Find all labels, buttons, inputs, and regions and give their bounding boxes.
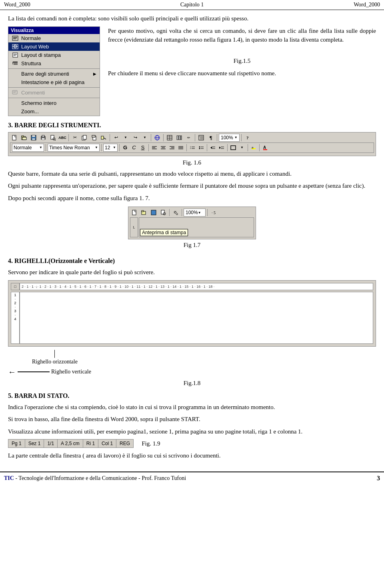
align-center-btn[interactable]	[159, 144, 167, 152]
menu-item-intestazione[interactable]: Intestazione e piè di pagina	[8, 78, 100, 86]
tb-docmap[interactable]	[197, 134, 206, 142]
menu-item-normale[interactable]: Normale	[8, 34, 100, 42]
menu-item-struttura[interactable]: Struttura	[8, 59, 100, 68]
svg-text:a: a	[252, 146, 254, 149]
font-dropdown[interactable]: Times New Roman ▼	[48, 144, 100, 152]
increase-indent-btn[interactable]	[218, 144, 226, 152]
menu-item-commenti[interactable]: Commenti	[8, 88, 100, 97]
tb-spell[interactable]: ABC	[58, 134, 67, 142]
svg-rect-88	[161, 210, 164, 214]
ant-save[interactable]	[149, 209, 158, 217]
tb-cut[interactable]: ✂	[70, 134, 79, 142]
tb-save[interactable]	[29, 134, 38, 142]
tb-table[interactable]	[165, 134, 174, 142]
outside-border-btn[interactable]	[229, 144, 237, 152]
horiz-ruler: 2 · 1 · 1 · ↓ · 1 · 2 · 1 · 3 · 1 · 4 · …	[20, 283, 373, 290]
svg-rect-22	[22, 137, 26, 140]
tb-help[interactable]: ?	[243, 134, 252, 142]
sep2	[8, 87, 100, 88]
closing-text: La parte centrale della finestra ( area …	[8, 451, 376, 460]
tb-web[interactable]	[153, 134, 162, 142]
svg-point-69	[199, 146, 200, 147]
section5-text3: Visualizza alcune informazioni utili, pe…	[8, 427, 376, 436]
svg-rect-33	[83, 135, 86, 139]
toolbar-screenshot: ABC ✂ ↩ ▼ ↪ ▼	[8, 132, 376, 156]
sep-f2	[101, 144, 102, 151]
svg-rect-45	[177, 136, 178, 140]
tb-open[interactable]	[20, 134, 28, 142]
align-right-btn[interactable]	[168, 144, 176, 152]
ant-zoom-dropdown[interactable]: 100% ▼	[184, 209, 206, 217]
tb-drawing[interactable]: ✏	[184, 134, 193, 142]
ant-5[interactable]: · 5	[209, 209, 218, 217]
svg-rect-35	[92, 135, 95, 137]
commenti-label: Commenti	[21, 90, 45, 96]
tb-columns[interactable]	[175, 134, 184, 142]
menu-item-layout-web[interactable]: Layout Web	[8, 42, 100, 51]
zoom-dropdown[interactable]: 100% ▼	[219, 134, 240, 142]
statusbar-row: Pg 1 Sez 1 1/1 A 2,5 cm Ri 1 Col 1 REG F…	[8, 439, 376, 448]
ant-preview[interactable]	[159, 209, 168, 217]
italic-btn[interactable]: C	[130, 144, 138, 152]
align-left-btn[interactable]	[150, 144, 158, 152]
menu-screenshot: Visualizza Normale Layout Web	[8, 26, 100, 116]
ant-new[interactable]	[130, 209, 139, 217]
style-dropdown[interactable]: Normale ▼	[12, 144, 44, 152]
tb-new[interactable]	[10, 134, 19, 142]
menu-item-schermo[interactable]: Schermo intero	[8, 99, 100, 107]
bullets-btn[interactable]	[197, 144, 205, 152]
border-arrow[interactable]: ▼	[238, 144, 246, 152]
intestazione-icon	[12, 79, 19, 85]
layout-web-label: Layout Web	[21, 44, 49, 50]
menu-title: Visualizza	[8, 27, 100, 34]
highlight-btn[interactable]: a	[250, 144, 258, 152]
tb-paste[interactable]	[90, 134, 98, 142]
tb-showpara[interactable]: ¶	[206, 134, 215, 142]
menu-item-layout-stampa[interactable]: Layout di stampa	[8, 51, 100, 59]
fig18-caption: Fig.1.8	[8, 380, 376, 387]
sep-t3	[151, 134, 151, 141]
ant-zoom-arr: ▼	[198, 211, 201, 215]
ant-ruler-left: L	[130, 217, 138, 237]
sep-f9	[259, 144, 260, 151]
ann-orizz: Righello orizzontale	[32, 350, 78, 365]
ant-cursor: ⬁	[171, 209, 180, 217]
tb-undo[interactable]: ↩	[112, 134, 120, 142]
tb-preview[interactable]	[48, 134, 57, 142]
numbering-btn[interactable]: 1.2.	[188, 144, 196, 152]
menu-area: Visualizza Normale Layout Web	[8, 26, 376, 116]
svg-text:A: A	[263, 145, 266, 150]
tb-format-painter[interactable]	[99, 134, 108, 142]
ant-open[interactable]	[140, 209, 148, 217]
font-color-btn[interactable]: A	[261, 144, 269, 152]
align-justify-btn[interactable]	[177, 144, 185, 152]
fig15-caption: Fig.1.5	[108, 56, 376, 66]
page-footer: TIC - Tecnologie dell'Informazione e del…	[0, 472, 384, 484]
menu-item-barre[interactable]: Barre degli strumenti ▶	[8, 70, 100, 78]
menu-item-zoom[interactable]: Zoom...	[8, 107, 100, 116]
section5-text2: Si trova in basso, alla fine della fines…	[8, 415, 376, 424]
svg-rect-25	[32, 138, 35, 140]
sb-page: Pg 1	[8, 439, 25, 448]
standard-toolbar: ABC ✂ ↩ ▼ ↪ ▼	[10, 134, 374, 142]
style-value: Normale	[14, 145, 32, 151]
anteprima-container: ⬁ 100% ▼ · 5 L Anteprima di stampa	[8, 207, 376, 252]
fig15-text: Per chiudere il menu si deve cliccare nu…	[108, 69, 376, 78]
tb-copy[interactable]	[80, 134, 89, 142]
section4-text: Servono per indicare in quale parte del …	[8, 268, 376, 277]
bold-btn[interactable]: G	[121, 144, 129, 152]
tb-print[interactable]	[39, 134, 48, 142]
sep-f8	[248, 144, 248, 151]
horiz-ruler-row: □ 2 · 1 · 1 · ↓ · 1 · 2 · 1 · 3 · 1 · 4 …	[11, 283, 373, 290]
decrease-indent-btn[interactable]	[209, 144, 217, 152]
tb-redo-dropdown[interactable]: ▼	[140, 134, 149, 142]
righello-screenshot: □ 2 · 1 · 1 · ↓ · 1 · 2 · 1 · 3 · 1 · 4 …	[8, 280, 376, 347]
footer-page-num: 3	[377, 475, 380, 482]
tb-redo[interactable]: ↪	[131, 134, 140, 142]
ant-ruler-bottom: Anteprima di stampa	[139, 217, 254, 237]
tb-undo-dropdown[interactable]: ▼	[121, 134, 130, 142]
size-dropdown[interactable]: 12 ▼	[103, 144, 118, 152]
sep-t6	[217, 134, 217, 141]
struttura-icon	[12, 60, 19, 66]
underline-btn[interactable]: S	[139, 144, 147, 152]
